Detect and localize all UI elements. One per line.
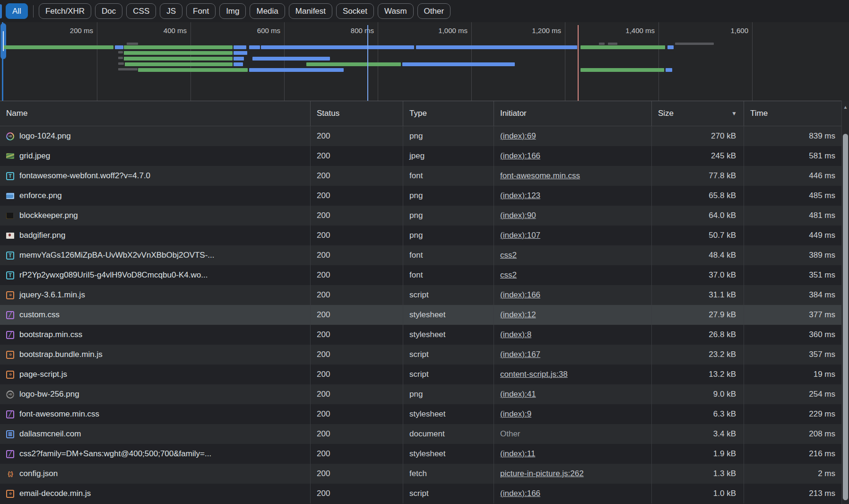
- timeline-tick-label: 1,000 ms: [397, 26, 468, 36]
- waterfall-bar: [234, 45, 246, 49]
- size-cell: 23.2 kB: [651, 345, 744, 365]
- column-header-status[interactable]: Status: [310, 101, 403, 126]
- toolbar-edge-accent: [0, 4, 2, 18]
- initiator-link[interactable]: (index):167: [500, 350, 540, 359]
- initiator-link[interactable]: (index):90: [500, 211, 536, 220]
- waterfall-bar: [234, 57, 244, 61]
- script-file-icon: ‹›: [6, 490, 14, 498]
- timeline-gridline: [752, 22, 753, 101]
- script-file-icon: ‹›: [6, 291, 14, 299]
- request-name: grid.jpeg: [19, 151, 50, 161]
- filter-media-button[interactable]: Media: [250, 3, 285, 19]
- table-row-selected[interactable]: ╱custom.css 200 stylesheet (index):12 27…: [0, 305, 849, 325]
- filter-other-button[interactable]: Other: [417, 3, 451, 19]
- waterfall-bar: [124, 45, 233, 49]
- filter-fetch-xhr-button[interactable]: Fetch/XHR: [39, 3, 91, 19]
- table-row[interactable]: ‹›email-decode.min.js 200 script (index)…: [0, 484, 849, 504]
- request-name: css2?family=DM+Sans:wght@400;500;700&fam…: [19, 449, 211, 459]
- size-cell: 6.3 kB: [651, 404, 744, 424]
- column-header-size[interactable]: Size ▼: [651, 101, 744, 126]
- dom-content-loaded-line: [367, 25, 368, 101]
- status-cell: 200: [310, 265, 403, 285]
- size-cell: 1.9 kB: [651, 444, 744, 464]
- filter-js-button[interactable]: JS: [160, 3, 182, 19]
- timeline-tick-label: 1,600: [677, 26, 748, 36]
- initiator-link[interactable]: (index):11: [500, 449, 535, 459]
- type-cell: png: [403, 186, 494, 206]
- type-cell: stylesheet: [403, 305, 494, 325]
- initiator-link[interactable]: font-awesome.min.css: [500, 171, 580, 181]
- size-cell: 48.4 kB: [651, 245, 744, 265]
- column-header-initiator[interactable]: Initiator: [494, 101, 651, 126]
- table-row[interactable]: ‹›page-script.js 200 script content-scri…: [0, 365, 849, 384]
- requests-table-header: Name Status Type Initiator Size ▼ Time: [0, 101, 849, 126]
- filter-doc-button[interactable]: Doc: [95, 3, 122, 19]
- table-row[interactable]: TmemvYaGs126MiZpBA-UvWbX2vVnXBbObj2OVTS-…: [0, 245, 849, 265]
- filter-font-button[interactable]: Font: [186, 3, 216, 19]
- initiator-link[interactable]: (index):166: [500, 151, 540, 161]
- table-row[interactable]: >Dlogo-1024.png 200 png (index):69 270 k…: [0, 126, 849, 146]
- initiator-link[interactable]: css2: [500, 270, 517, 280]
- initiator-link[interactable]: (index):41: [500, 390, 536, 399]
- table-row[interactable]: ╱css2?family=DM+Sans:wght@400;500;700&fa…: [0, 444, 849, 464]
- column-header-name[interactable]: Name: [0, 101, 310, 126]
- table-row[interactable]: Tfontawesome-webfont.woff2?v=4.7.0 200 f…: [0, 166, 849, 186]
- table-row[interactable]: ≣dallasmcneil.com 200 document Other 3.4…: [0, 424, 849, 444]
- column-header-type[interactable]: Type: [403, 101, 494, 126]
- initiator-link[interactable]: (index):107: [500, 231, 540, 240]
- request-name: font-awesome.min.css: [19, 409, 99, 419]
- table-row[interactable]: grid.jpeg 200 jpeg (index):166 245 kB 58…: [0, 146, 849, 166]
- table-row[interactable]: ‹›bootstrap.bundle.min.js 200 script (in…: [0, 345, 849, 365]
- initiator-link[interactable]: (index):166: [500, 290, 540, 300]
- size-cell: 26.8 kB: [651, 325, 744, 345]
- time-cell: 208 ms: [744, 424, 841, 444]
- filter-manifest-button[interactable]: Manifest: [289, 3, 332, 19]
- request-name: rP2Yp2ywxg089UriI5-g4vlH9VoD8Cmcqbu0-K4.…: [19, 270, 208, 280]
- initiator-link[interactable]: (index):8: [500, 330, 531, 339]
- table-row[interactable]: blockkeeper.png 200 png (index):90 64.0 …: [0, 206, 849, 226]
- table-row[interactable]: >Dlogo-bw-256.png 200 png (index):41 9.0…: [0, 384, 849, 404]
- filter-img-button[interactable]: Img: [219, 3, 246, 19]
- table-row[interactable]: ╱font-awesome.min.css 200 stylesheet (in…: [0, 404, 849, 424]
- time-cell: 229 ms: [744, 404, 841, 424]
- table-row[interactable]: ╱bootstrap.min.css 200 stylesheet (index…: [0, 325, 849, 345]
- waterfall-bar: [249, 68, 344, 72]
- file-thumbnail-icon: >D: [6, 391, 14, 399]
- filter-wasm-button[interactable]: Wasm: [378, 3, 414, 19]
- column-header-time[interactable]: Time: [744, 101, 841, 126]
- table-row[interactable]: {;}config.json 200 fetch picture-in-pict…: [0, 464, 849, 484]
- initiator-link[interactable]: (index):69: [500, 131, 536, 141]
- initiator-link[interactable]: (index):9: [500, 409, 531, 419]
- waterfall-bar: [306, 62, 401, 66]
- table-row[interactable]: TrP2Yp2ywxg089UriI5-g4vlH9VoD8Cmcqbu0-K4…: [0, 265, 849, 285]
- filter-socket-button[interactable]: Socket: [336, 3, 374, 19]
- scroll-up-icon[interactable]: ▲: [842, 104, 849, 110]
- initiator-link[interactable]: content-script.js:38: [500, 370, 568, 379]
- status-cell: 200: [310, 384, 403, 404]
- timeline-tick-label: 1,400 ms: [584, 26, 655, 36]
- type-cell: script: [403, 345, 494, 365]
- vertical-scrollbar[interactable]: ▲: [841, 101, 849, 504]
- size-cell: 9.0 kB: [651, 384, 744, 404]
- initiator-link[interactable]: (index):166: [500, 489, 540, 498]
- overview-drag-handle-icon[interactable]: [0, 23, 6, 59]
- request-name: logo-bw-256.png: [19, 390, 79, 399]
- initiator-link[interactable]: (index):12: [500, 310, 536, 320]
- filter-all-button[interactable]: All: [6, 3, 28, 19]
- file-thumbnail-icon: [6, 233, 14, 239]
- network-overview-strip[interactable]: 200 ms400 ms600 ms800 ms1,000 ms1,200 ms…: [0, 22, 849, 101]
- initiator-link[interactable]: picture-in-picture.js:262: [500, 469, 584, 478]
- initiator-link[interactable]: (index):123: [500, 191, 540, 200]
- type-cell: stylesheet: [403, 325, 494, 345]
- type-cell: jpeg: [403, 146, 494, 166]
- filter-css-button[interactable]: CSS: [126, 3, 156, 19]
- table-row[interactable]: badgifier.png 200 png (index):107 50.7 k…: [0, 226, 849, 245]
- table-row[interactable]: enforce.png 200 png (index):123 65.8 kB …: [0, 186, 849, 206]
- sort-desc-icon: ▼: [731, 110, 737, 117]
- table-row[interactable]: ‹›jquery-3.6.1.min.js 200 script (index)…: [0, 285, 849, 305]
- request-name: custom.css: [19, 310, 60, 320]
- initiator-link[interactable]: css2: [500, 251, 517, 260]
- waterfall-bar: [580, 45, 665, 49]
- type-cell: stylesheet: [403, 404, 494, 424]
- scrollbar-thumb[interactable]: [843, 134, 848, 500]
